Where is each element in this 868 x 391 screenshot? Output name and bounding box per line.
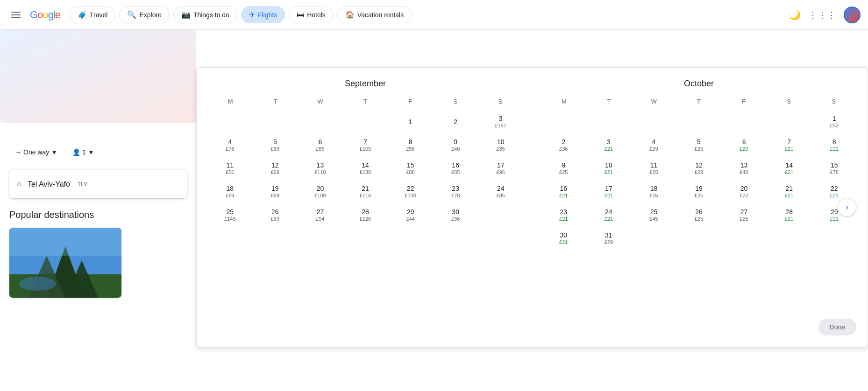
day-number: 20	[740, 185, 748, 193]
empty-day	[767, 111, 811, 133]
calendar-day[interactable]: 7£105	[343, 134, 388, 156]
day-number: 27	[740, 208, 748, 216]
nav-pill-vacation-rentals[interactable]: 🏠Vacation rentals	[337, 6, 412, 23]
calendar-day[interactable]: 22£100	[388, 181, 433, 203]
calendar-day[interactable]: 16£21	[541, 181, 586, 203]
calendar-day[interactable]: 9£25	[541, 157, 586, 180]
calendar-day[interactable]: 26£25	[677, 204, 721, 226]
october-calendar: October MTWTFSS 1£522£363£214£295£256£20…	[541, 79, 856, 250]
calendar-day[interactable]: 30£21	[541, 227, 586, 250]
weekday-label: T	[586, 96, 631, 107]
calendar-day[interactable]: 24£21	[587, 204, 631, 226]
calendar-day[interactable]: 21£118	[343, 181, 388, 203]
calendar-day[interactable]: 26£69	[253, 204, 298, 226]
empty-day	[587, 111, 631, 133]
day-price: £56	[406, 146, 414, 152]
calendar-day[interactable]: 12£29	[677, 157, 721, 180]
calendar-day[interactable]: 7£21	[767, 134, 811, 156]
nav-pill-hotels[interactable]: 🛏Hotels	[289, 7, 334, 23]
calendar-day[interactable]: 5£69	[253, 134, 298, 156]
calendar-day[interactable]: 1	[388, 111, 433, 133]
calendar-day[interactable]: 3£157	[478, 111, 523, 133]
day-number: 28	[362, 208, 369, 216]
calendar-day[interactable]: 6£85	[298, 134, 342, 156]
calendar-day[interactable]: 10£85	[478, 134, 523, 156]
dark-mode-icon[interactable]: 🌙	[789, 9, 801, 21]
calendar-day[interactable]: 28£126	[343, 204, 388, 226]
calendar-day[interactable]: 1£52	[812, 111, 856, 133]
calendar-day[interactable]: 10£21	[587, 157, 631, 180]
day-price: £85	[497, 193, 505, 199]
avatar[interactable]	[844, 7, 861, 23]
day-price: £78	[226, 146, 234, 152]
day-number: 6	[742, 138, 746, 146]
calendar-day[interactable]: 13£118	[298, 157, 342, 180]
day-number: 28	[785, 208, 793, 216]
calendar-day[interactable]: 13£40	[722, 157, 766, 180]
calendar-day[interactable]: 15£88	[388, 157, 433, 180]
calendar-day[interactable]: 5£25	[677, 134, 721, 156]
calendar-day[interactable]: 31£29	[587, 227, 631, 250]
calendar-day[interactable]: 19£69	[253, 181, 298, 203]
calendar-day[interactable]: 29£44	[388, 204, 433, 226]
calendar-day[interactable]: 20£22	[722, 181, 766, 203]
calendar-day[interactable]: 19£25	[677, 181, 721, 203]
calendar-day[interactable]: 4£78	[208, 134, 252, 156]
calendar-day[interactable]: 8£21	[812, 134, 856, 156]
origin-field[interactable]: ○ Tel Aviv-Yafo TLV	[17, 175, 179, 193]
destination-card[interactable]	[9, 228, 121, 298]
calendar-day[interactable]: 6£20	[722, 134, 766, 156]
passengers-button[interactable]: 👤 1 ▼	[67, 146, 100, 159]
calendar-day[interactable]: 14£138	[343, 157, 388, 180]
calendar-day[interactable]: 9£40	[434, 134, 478, 156]
calendar-day[interactable]: 21£21	[767, 181, 811, 203]
day-number: 9	[454, 138, 457, 146]
day-price: £52	[830, 123, 839, 129]
day-price: £69	[226, 193, 234, 199]
calendar-day[interactable]: 18£69	[208, 181, 252, 203]
calendar-day[interactable]: 24£85	[478, 181, 523, 203]
next-month-button[interactable]: ›	[838, 198, 856, 216]
calendar-day[interactable]: 25£145	[208, 204, 252, 226]
calendar-day[interactable]: 28£21	[767, 204, 811, 226]
menu-button[interactable]	[7, 8, 24, 22]
nav-pill-travel[interactable]: 🧳Travel	[70, 6, 115, 23]
calendar-day[interactable]: 16£85	[434, 157, 478, 180]
calendar-day[interactable]: 18£25	[632, 181, 676, 203]
calendar-day[interactable]: 11£56	[208, 157, 252, 180]
calendar-day[interactable]: 27£25	[722, 204, 766, 226]
day-price: £25	[695, 216, 703, 222]
day-number: 16	[452, 161, 459, 169]
calendar-day[interactable]: 2	[434, 111, 478, 133]
day-price: £21	[785, 193, 793, 199]
calendar-day[interactable]: 20£109	[298, 181, 342, 203]
calendar-day[interactable]: 25£45	[632, 204, 676, 226]
day-number: 14	[785, 161, 793, 169]
done-button[interactable]: Done	[818, 319, 856, 335]
passengers-count: 1	[82, 148, 86, 156]
calendar-day[interactable]: 3£21	[587, 134, 631, 156]
calendar-day[interactable]: 23£78	[434, 181, 478, 203]
calendar-day[interactable]: 2£36	[541, 134, 586, 156]
nav-pill-explore[interactable]: 🔍Explore	[119, 6, 169, 23]
calendar-day[interactable]: 27£94	[298, 204, 342, 226]
day-number: 3	[499, 115, 503, 123]
calendar-day[interactable]: 4£29	[632, 134, 676, 156]
calendar-day[interactable]: 23£21	[541, 204, 586, 226]
nav-pill-flights[interactable]: ✈Flights	[241, 6, 285, 23]
apps-icon[interactable]: ⋮⋮⋮	[808, 9, 836, 21]
day-price: £25	[559, 169, 568, 175]
calendar-day[interactable]: 17£96	[478, 157, 523, 180]
calendar-day[interactable]: 15£78	[812, 157, 856, 180]
calendar-day[interactable]: 30£36	[434, 204, 478, 226]
sidebar: → One way ▼ 👤 1 ▼ ○ Tel Aviv-Yafo TLV Po…	[0, 30, 196, 391]
main: → One way ▼ 👤 1 ▼ ○ Tel Aviv-Yafo TLV Po…	[0, 30, 868, 391]
calendar-day[interactable]: 11£25	[632, 157, 676, 180]
calendar-day[interactable]: 8£56	[388, 134, 433, 156]
trip-type-button[interactable]: → One way ▼	[9, 146, 63, 159]
nav-pill-things-to-do[interactable]: 📷Things to do	[173, 6, 237, 23]
calendar-day[interactable]: 17£21	[587, 181, 631, 203]
day-number: 18	[650, 185, 658, 193]
calendar-day[interactable]: 12£69	[253, 157, 298, 180]
calendar-day[interactable]: 14£21	[767, 157, 811, 180]
